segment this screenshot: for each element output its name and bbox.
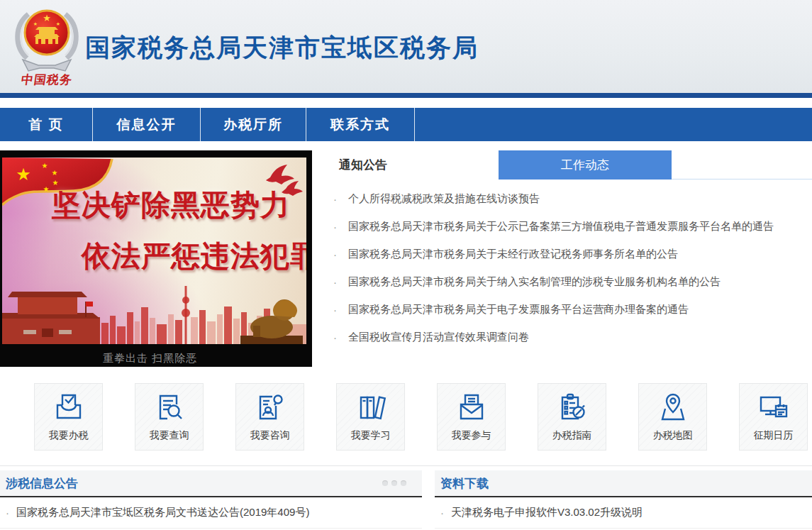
map-pin-icon	[657, 392, 689, 424]
page-title: 国家税务总局天津市宝坻区税务局	[85, 31, 479, 65]
bottom-sections: 涉税信息公告 · 国家税务总局天津市宝坻区税务局文书送达公告(2019年409号…	[0, 470, 812, 529]
bullet-icon: ·	[333, 276, 337, 288]
quick-link-inquiry[interactable]: 我要查询	[135, 383, 204, 451]
quick-link-tax-guide[interactable]: 办税指南	[538, 383, 606, 451]
bullet-icon: ·	[333, 193, 337, 205]
notice-text: 国家税务总局天津市税务局关于电子发票服务平台运营商办理备案的通告	[348, 303, 689, 316]
banner-slogan-line2: 依法严惩违法犯罪	[82, 237, 306, 276]
notice-text: 国家税务总局天津市税务局关于纳入实名制管理的涉税专业服务机构名单的公告	[348, 275, 721, 289]
quick-link-label: 我要咨询	[250, 429, 290, 442]
mail-participate-icon	[455, 392, 488, 424]
section-title: 涉税信息公告	[0, 475, 78, 492]
tab-work-news[interactable]: 工作动态	[499, 150, 672, 180]
quick-link-tax-map[interactable]: 办税地图	[638, 383, 707, 451]
quick-link-do-tax[interactable]: 我要办税	[34, 383, 103, 451]
nav-item-contact[interactable]: 联系方式	[306, 108, 415, 141]
carousel-dots-icon	[382, 480, 406, 486]
document-search-icon	[153, 392, 186, 424]
books-icon	[355, 392, 387, 424]
announcement-text: 国家税务总局天津市宝坻区税务局文书送达公告(2019年409号)	[16, 506, 309, 519]
bullet-icon: ·	[333, 304, 337, 316]
notice-link[interactable]: ·国家税务总局天津市税务局关于公示已备案第三方增值税电子普通发票服务平台名单的通…	[319, 213, 812, 241]
bullet-icon: ·	[440, 507, 444, 519]
skyline-scene	[2, 273, 306, 344]
quick-link-label: 征期日历	[754, 429, 794, 442]
section-divider	[0, 465, 812, 466]
bullet-icon: ·	[333, 248, 337, 260]
notice-link[interactable]: ·国家税务总局天津市税务局关于纳入实名制管理的涉税专业服务机构名单的公告	[319, 268, 812, 296]
quick-link-consult[interactable]: 我要咨询	[235, 383, 304, 451]
svg-text:★: ★	[43, 185, 50, 193]
main-nav: 首 页 信息公开 办税厅所 联系方式	[0, 108, 812, 141]
svg-text:★: ★	[16, 165, 31, 184]
notice-text: 个人所得税减税政策及措施在线访谈预告	[348, 192, 540, 206]
quick-link-label: 我要参与	[452, 429, 491, 442]
banner-caption: 重拳出击 扫黑除恶	[103, 352, 197, 365]
bullet-icon: ·	[6, 507, 9, 519]
notice-panel: 通知公告 工作动态 ·个人所得税减税政策及措施在线访谈预告 ·国家税务总局天津市…	[319, 150, 812, 367]
notice-text: 全国税收宣传月活动宣传效果调查问卷	[348, 331, 529, 344]
quick-link-tax-calendar[interactable]: 征期日历	[739, 383, 808, 451]
tax-bureau-logo[interactable]: ★ ★ ★ 中国税务	[10, 6, 84, 89]
quick-link-learn[interactable]: 我要学习	[336, 383, 405, 451]
notice-link[interactable]: ·国家税务总局天津市税务局关于电子发票服务平台运营商办理备案的通告	[319, 296, 812, 324]
quick-link-label: 我要查询	[150, 429, 189, 442]
consult-icon	[254, 392, 287, 424]
quick-link-label: 我要学习	[351, 429, 391, 442]
svg-text:★: ★	[43, 13, 51, 23]
download-link[interactable]: · 天津税务电子申报软件V3.03.02升级说明	[435, 497, 812, 529]
site-header: ★ ★ ★ 中国税务 国家税务总局天津市宝坻区税务局	[0, 0, 812, 93]
section-header: 资料下载	[435, 470, 812, 497]
header-divider	[0, 93, 812, 98]
notice-tabs: 通知公告 工作动态	[319, 150, 812, 180]
notice-link[interactable]: ·个人所得税减税政策及措施在线访谈预告	[319, 185, 812, 213]
download-text: 天津税务电子申报软件V3.03.02升级说明	[451, 506, 643, 519]
calendar-monitor-icon	[757, 392, 790, 424]
quick-links-row: 我要办税 我要查询 我要咨询	[0, 383, 812, 451]
banner-slogan-line1: 坚决铲除黑恶势力	[52, 186, 290, 225]
notice-text: 国家税务总局天津市税务局关于未经行政登记税务师事务所名单的公告	[348, 248, 678, 261]
campaign-banner[interactable]: ★ ★ ★ ★ ★ 坚决铲除黑恶势力 依法严惩违法犯罪	[0, 150, 312, 367]
banner-image: ★ ★ ★ ★ ★ 坚决铲除黑恶势力 依法严惩违法犯罪	[2, 158, 306, 344]
nav-item-tax-offices[interactable]: 办税厅所	[201, 108, 306, 141]
quick-link-label: 办税指南	[552, 429, 592, 442]
clipboard-guide-icon	[556, 392, 589, 424]
tab-notices[interactable]: 通知公告	[319, 150, 499, 180]
tax-inbox-icon	[52, 392, 85, 424]
nav-item-info-disclosure[interactable]: 信息公开	[93, 108, 201, 141]
quick-link-participate[interactable]: 我要参与	[437, 383, 506, 451]
svg-text:★: ★	[52, 169, 58, 177]
svg-text:★: ★	[33, 21, 38, 26]
notice-text: 国家税务总局天津市税务局关于公示已备案第三方增值税电子普通发票服务平台名单的通告	[348, 220, 774, 233]
announcement-link[interactable]: · 国家税务总局天津市宝坻区税务局文书送达公告(2019年409号)	[0, 497, 422, 529]
bullet-icon: ·	[333, 331, 337, 343]
svg-text:★: ★	[56, 21, 60, 26]
downloads-section: 资料下载 · 天津税务电子申报软件V3.03.02升级说明	[435, 470, 812, 529]
section-title: 资料下载	[435, 475, 489, 492]
quick-link-label: 我要办税	[49, 429, 89, 442]
logo-caption: 中国税务	[9, 72, 84, 88]
nav-item-home[interactable]: 首 页	[0, 108, 93, 141]
notice-list: ·个人所得税减税政策及措施在线访谈预告 ·国家税务总局天津市税务局关于公示已备案…	[319, 180, 812, 351]
svg-text:★: ★	[42, 162, 48, 170]
tax-info-announcements-section: 涉税信息公告 · 国家税务总局天津市宝坻区税务局文书送达公告(2019年409号…	[0, 470, 422, 529]
notice-link[interactable]: ·国家税务总局天津市税务局关于未经行政登记税务师事务所名单的公告	[319, 241, 812, 268]
notice-link[interactable]: ·全国税收宣传月活动宣传效果调查问卷	[319, 324, 812, 351]
quick-link-label: 办税地图	[653, 429, 693, 442]
section-header: 涉税信息公告	[0, 470, 422, 497]
bullet-icon: ·	[333, 221, 337, 233]
